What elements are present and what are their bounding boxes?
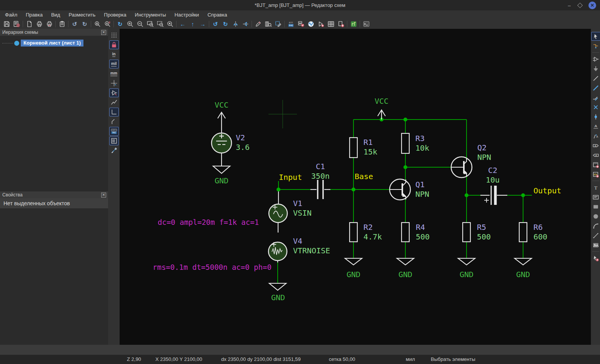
textbox-button[interactable] xyxy=(591,193,600,201)
line-button[interactable] xyxy=(591,231,600,240)
component-q2[interactable]: Q2 NPN xyxy=(451,143,491,178)
close-icon[interactable]: ✕ xyxy=(101,193,106,198)
find-replace-button[interactable] xyxy=(102,19,112,29)
annotate-button[interactable]: R?7R42 xyxy=(286,19,296,29)
zoom-objects-button[interactable] xyxy=(165,19,175,29)
simulator-button[interactable] xyxy=(306,19,316,29)
component-r6[interactable]: R6 600 GND xyxy=(515,223,547,279)
component-v2[interactable]: VCC GND V2 3.6 xyxy=(212,100,250,185)
component-r1[interactable]: R1 15k xyxy=(350,138,377,158)
hierarchical-sheet-button[interactable] xyxy=(591,160,600,169)
zoom-fit-button[interactable] xyxy=(145,19,155,29)
component-c2[interactable]: C2 10u xyxy=(480,166,507,205)
units-mil-button[interactable]: mil xyxy=(109,60,119,68)
undo-button[interactable]: ↺ xyxy=(70,19,80,29)
highlight-net-button[interactable] xyxy=(591,42,600,50)
nav-forward-button[interactable]: → xyxy=(198,19,208,29)
units-mm-button[interactable]: mm xyxy=(109,69,119,78)
preferences-tools-button[interactable] xyxy=(109,146,119,155)
edit-selection-button[interactable] xyxy=(273,19,283,29)
refresh-view-button[interactable]: ↻ xyxy=(115,19,125,29)
menu-item[interactable]: Правка xyxy=(22,11,47,19)
tree-item-label[interactable]: Корневой лист (лист 1) xyxy=(21,40,83,47)
add-symbol-button[interactable] xyxy=(591,55,600,63)
add-power-button[interactable] xyxy=(591,64,600,73)
mirror-vertical-button[interactable] xyxy=(230,19,240,29)
hierarchical-label-button[interactable]: A xyxy=(591,151,600,160)
open-pcb-editor-button[interactable] xyxy=(348,19,358,29)
component-r4[interactable]: R4 500 GND xyxy=(397,223,430,279)
schematic-canvas[interactable]: VCC GND V2 3.6 Input V1 VSIN xyxy=(120,29,591,345)
net-label-button[interactable]: A xyxy=(591,122,600,131)
select-cursor-button[interactable] xyxy=(591,32,600,41)
zoom-selection-button[interactable] xyxy=(155,19,165,29)
junction-button[interactable] xyxy=(591,112,600,121)
component-r5[interactable]: R5 500 GND xyxy=(458,223,491,279)
wires-45-button[interactable] xyxy=(109,117,119,126)
paste-button[interactable] xyxy=(57,19,67,29)
full-crosshair-button[interactable] xyxy=(109,79,119,88)
netclass-directive-button[interactable]: A xyxy=(591,131,600,140)
sim-params-vsin[interactable]: dc=0 ampl=20m f=1k ac=1 xyxy=(158,218,259,226)
component-r3[interactable]: R3 10k xyxy=(402,133,429,153)
rectangle-button[interactable] xyxy=(591,202,600,211)
rotate-ccw-button[interactable]: ↺ xyxy=(210,19,220,29)
rotate-cw-button[interactable]: ↻ xyxy=(220,19,230,29)
maximize-button[interactable] xyxy=(576,2,584,9)
show-hidden-pins-button[interactable] xyxy=(109,88,119,97)
wires-hv-button[interactable] xyxy=(109,108,119,116)
assign-footprints-button[interactable] xyxy=(316,19,326,29)
image-button[interactable] xyxy=(591,241,600,249)
interactive-delete-button[interactable] xyxy=(591,254,600,263)
global-label-button[interactable]: A xyxy=(591,141,600,150)
draw-bus-button[interactable] xyxy=(591,83,600,92)
no-connect-button[interactable] xyxy=(591,103,600,111)
menu-item[interactable]: Файл xyxy=(1,11,22,19)
net-label-output[interactable]: Output xyxy=(533,186,561,195)
show-annotations-button[interactable]: R?7R42 xyxy=(109,127,119,136)
menu-item[interactable]: Вид xyxy=(47,11,65,19)
menu-item[interactable]: Инструменты xyxy=(131,11,170,19)
menu-item[interactable]: Настройки xyxy=(170,11,203,19)
component-r2[interactable]: R2 4.7k GND xyxy=(345,223,382,279)
grid-overrides-button[interactable] xyxy=(109,40,119,49)
find-button[interactable] xyxy=(92,19,102,29)
tree-item-root-sheet[interactable]: Корневой лист (лист 1) xyxy=(2,40,108,47)
erc-check-button[interactable] xyxy=(296,19,306,29)
sim-params-vtrnoise[interactable]: rms=0.1m dt=5000n ac=0 ph=0 xyxy=(153,263,272,271)
export-netlist-button[interactable] xyxy=(336,19,346,29)
minimize-button[interactable]: – xyxy=(565,2,573,9)
draw-wire-button[interactable] xyxy=(591,74,600,83)
bus-entry-button[interactable] xyxy=(591,93,600,102)
component-c1[interactable]: C1 350n xyxy=(310,162,330,199)
import-sheet-pin-button[interactable] xyxy=(591,170,600,179)
wires-any-angle-button[interactable] xyxy=(109,98,119,107)
units-inch-button[interactable]: in xyxy=(109,50,119,59)
save-button[interactable] xyxy=(2,19,12,29)
text-button[interactable]: T xyxy=(591,183,600,192)
net-label-input[interactable]: Input xyxy=(279,173,302,182)
new-sheet-button[interactable] xyxy=(24,19,34,29)
menu-item[interactable]: Проверка xyxy=(100,11,130,19)
nav-back-button[interactable]: ← xyxy=(178,19,188,29)
zoom-out-button[interactable] xyxy=(135,19,145,29)
panel-list-button[interactable] xyxy=(109,136,119,145)
menu-item[interactable]: Справка xyxy=(203,11,231,19)
redo-button[interactable]: ↻ xyxy=(80,19,90,29)
mirror-horizontal-button[interactable] xyxy=(240,19,250,29)
edit-symbol-button[interactable] xyxy=(253,19,263,29)
show-grid-button[interactable] xyxy=(109,31,119,40)
arc-button[interactable] xyxy=(591,221,600,230)
browse-symbol-libraries-button[interactable] xyxy=(263,19,273,29)
component-q1[interactable]: Q1 NPN xyxy=(390,179,429,200)
bom-table-button[interactable] xyxy=(326,19,336,29)
nav-up-button[interactable]: ↑ xyxy=(188,19,198,29)
net-label-base[interactable]: Base xyxy=(355,172,373,181)
schematic-setup-button[interactable] xyxy=(12,19,22,29)
zoom-in-button[interactable] xyxy=(125,19,135,29)
close-icon[interactable]: ✕ xyxy=(101,30,106,35)
circle-button[interactable] xyxy=(591,212,600,221)
menu-item[interactable]: Разместить xyxy=(64,11,100,19)
power-symbol-vcc[interactable]: VCC xyxy=(375,96,388,120)
scripting-console-button[interactable] xyxy=(361,19,371,29)
